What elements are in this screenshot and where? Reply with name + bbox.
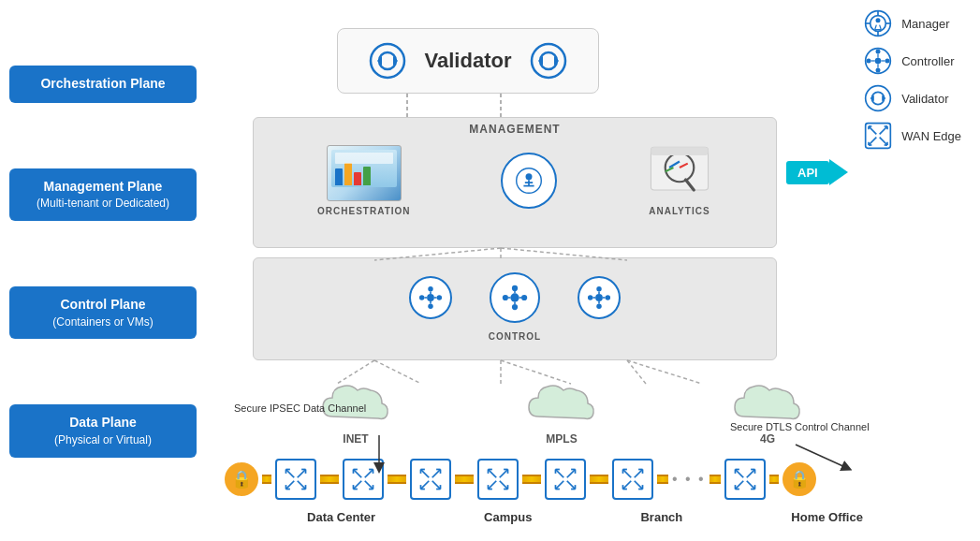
orchestration-label: ORCHESTRATION xyxy=(317,206,410,216)
gold-line-9 xyxy=(769,475,779,484)
svg-point-72 xyxy=(595,294,603,301)
svg-point-64 xyxy=(512,285,518,291)
control-content xyxy=(409,258,621,328)
dots-separator: • • • xyxy=(672,471,706,488)
gold-line-8 xyxy=(709,475,721,484)
svg-line-119 xyxy=(489,481,497,490)
svg-line-129 xyxy=(556,470,564,478)
wan-edge-7 xyxy=(724,459,766,500)
svg-line-82 xyxy=(298,470,306,478)
analytics-svg xyxy=(648,145,711,201)
mpls-cloud: MPLS xyxy=(524,379,599,446)
svg-line-94 xyxy=(365,470,373,478)
wan-edge-6 xyxy=(612,459,653,500)
dataplane-row: 🔒 • • • 🔒 xyxy=(225,459,917,500)
control-sub: (Containers or VMs) xyxy=(26,314,180,330)
orchestration-plane-label: Orchestration Plane xyxy=(9,66,197,103)
orchestration-image xyxy=(327,145,402,201)
gold-line-5 xyxy=(522,475,541,484)
management-sub: (Multi-tenant or Dedicated) xyxy=(26,196,180,212)
svg-point-42 xyxy=(525,173,532,180)
management-plane-label: Management Plane (Multi-tenant or Dedica… xyxy=(9,168,197,221)
svg-line-130 xyxy=(567,470,576,478)
site-labels: Data Center Campus Branch Home Office xyxy=(225,510,917,524)
wan-edge-5 xyxy=(545,459,586,500)
svg-line-106 xyxy=(432,470,441,478)
svg-line-143 xyxy=(623,481,632,490)
svg-point-55 xyxy=(428,286,432,291)
plane-labels: Orchestration Plane Management Plane (Mu… xyxy=(9,66,197,458)
dtls-text: Secure DTLS Control Channel xyxy=(730,421,870,432)
data-text: Data Plane xyxy=(69,415,137,430)
svg-line-107 xyxy=(421,481,430,490)
svg-point-65 xyxy=(512,304,518,310)
svg-line-93 xyxy=(354,470,362,478)
data-sub: (Physical or Virtual) xyxy=(26,432,180,448)
mpls-label: MPLS xyxy=(546,432,577,446)
svg-point-58 xyxy=(437,295,442,300)
validator-icon-right xyxy=(530,42,567,80)
validator-label: Validator xyxy=(425,49,512,73)
analytics-item: ANALYTICS xyxy=(647,145,712,216)
svg-point-66 xyxy=(503,295,508,300)
orchestration-item: ORCHESTRATION xyxy=(317,145,410,216)
orchestration-text: Orchestration Plane xyxy=(40,76,165,91)
4g-cloud: 4G xyxy=(730,379,805,446)
svg-line-132 xyxy=(567,481,576,490)
manager-item xyxy=(501,153,557,209)
management-box: MANAGEMENT ORCHESTRATION xyxy=(253,117,777,248)
main-diagram: Validator MANAGEMENT xyxy=(234,19,945,524)
api-label: API xyxy=(786,161,829,184)
control-text: Control Plane xyxy=(60,297,145,312)
svg-line-118 xyxy=(500,470,508,478)
gold-line-7 xyxy=(657,475,668,484)
svg-line-141 xyxy=(623,470,632,478)
api-arrow: API xyxy=(786,159,848,185)
wan-edge-3 xyxy=(410,459,451,500)
svg-line-120 xyxy=(500,481,508,490)
svg-line-83 xyxy=(286,481,295,490)
manager-icon xyxy=(516,168,542,194)
svg-line-96 xyxy=(365,481,373,490)
svg-point-75 xyxy=(588,295,592,300)
svg-point-39 xyxy=(532,44,565,78)
svg-line-153 xyxy=(735,470,743,478)
wan-edge-1 xyxy=(275,459,316,500)
svg-line-131 xyxy=(556,481,564,490)
homeoffice-label: Home Office xyxy=(791,510,863,524)
ipsec-annotation: Secure IPSEC Data Channel xyxy=(234,402,366,414)
lock-icon-right: 🔒 xyxy=(783,462,816,496)
datacenter-label: Data Center xyxy=(307,510,375,524)
svg-point-57 xyxy=(419,295,424,300)
lock-icon-left: 🔒 xyxy=(225,462,258,496)
4g-label: 4G xyxy=(760,432,775,446)
svg-point-36 xyxy=(371,44,404,78)
svg-line-117 xyxy=(489,470,497,478)
svg-line-155 xyxy=(735,481,743,490)
svg-line-156 xyxy=(746,481,754,490)
validator-box: Validator xyxy=(337,28,599,94)
mpls-cloud-svg xyxy=(524,379,599,431)
svg-point-63 xyxy=(510,293,519,301)
svg-point-56 xyxy=(428,304,432,309)
svg-rect-50 xyxy=(651,147,708,155)
dtls-annotation: Secure DTLS Control Channel xyxy=(730,421,870,432)
campus-label: Campus xyxy=(484,510,532,524)
svg-point-73 xyxy=(596,286,601,291)
svg-point-54 xyxy=(427,294,434,301)
analytics-image xyxy=(647,145,712,201)
ipsec-text: Secure IPSEC Data Channel xyxy=(234,402,366,414)
management-text: Management Plane xyxy=(44,179,163,194)
control-label: CONTROL xyxy=(489,331,541,342)
gold-line-3 xyxy=(388,475,406,484)
gold-line-6 xyxy=(590,475,608,484)
svg-point-74 xyxy=(596,304,601,309)
management-title: MANAGEMENT xyxy=(254,123,776,136)
controller-icon-2 xyxy=(490,272,540,323)
gold-line-2 xyxy=(320,475,339,484)
api-arrow-head xyxy=(829,159,848,185)
svg-line-95 xyxy=(354,481,362,490)
analytics-label: ANALYTICS xyxy=(649,206,709,216)
validator-icon-left xyxy=(369,42,406,80)
svg-point-67 xyxy=(521,295,527,300)
